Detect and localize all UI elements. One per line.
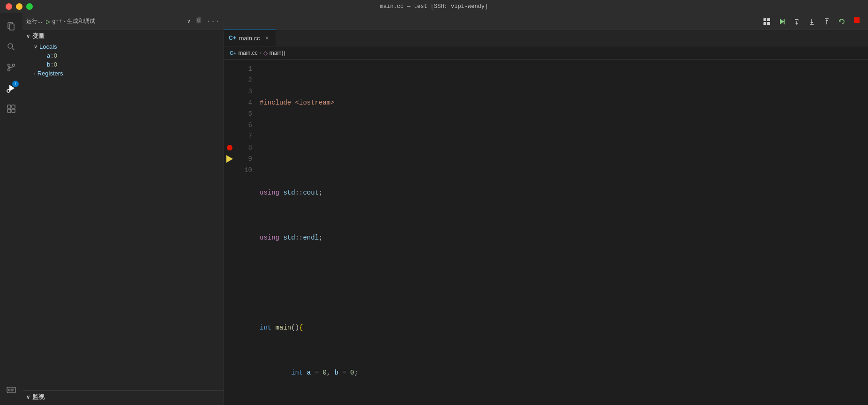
svg-rect-35	[854, 17, 860, 23]
code-editor[interactable]: 1 2 3 4 5 6 7 8 9 10 #include <iostream>…	[224, 60, 868, 405]
token-7-7: b	[335, 367, 338, 378]
sidebar: 运行... ▷ g++ - 生成和调试 ∨ ··· ∨ 变量 ∨ Locals	[22, 13, 224, 405]
code-line-2	[256, 142, 868, 153]
sidebar-item-extensions[interactable]	[2, 99, 21, 118]
svg-point-5	[13, 64, 15, 67]
registers-label: Registers	[37, 70, 63, 77]
restart-button[interactable]	[836, 16, 847, 27]
bp-line-1	[224, 63, 235, 75]
debug-layout-button[interactable]	[761, 16, 772, 27]
token-3-4: ::	[295, 187, 303, 198]
ln-4: 4	[235, 97, 252, 108]
ln-5: 5	[235, 108, 252, 120]
breadcrumb-file[interactable]: main.cc	[238, 50, 257, 56]
token-5-empty	[260, 277, 263, 288]
token-4-5: endl	[303, 232, 319, 243]
close-button[interactable]	[6, 3, 12, 10]
sidebar-item-explorer[interactable]	[2, 17, 21, 36]
sidebar-item-source-control[interactable]	[2, 58, 21, 77]
watch-panel: ∨ 监视	[22, 390, 224, 405]
debug-config-caret[interactable]: ∨	[187, 18, 191, 24]
editor-area: C+ main.cc × C+ main.cc › ◇ main()	[224, 13, 868, 405]
bp-line-4	[224, 97, 235, 108]
token-4-4: ::	[295, 232, 303, 243]
line-numbers: 1 2 3 4 5 6 7 8 9 10	[235, 60, 256, 405]
tab-bar: C+ main.cc ×	[224, 30, 868, 46]
code-line-4: using std :: endl ;	[256, 232, 868, 243]
window-controls[interactable]	[6, 3, 33, 10]
step-into-button[interactable]	[806, 16, 817, 27]
token-4-1: using	[260, 232, 279, 243]
activity-bar: 1	[0, 13, 22, 405]
ln-8: 8	[235, 142, 252, 153]
ln-10: 10	[235, 165, 252, 176]
svg-rect-13	[7, 109, 11, 112]
bp-line-10	[224, 165, 235, 176]
svg-marker-24	[780, 19, 784, 24]
breadcrumb-file-icon: C+	[230, 50, 236, 56]
var-a-value: 0	[54, 52, 57, 59]
sidebar-item-search[interactable]	[2, 38, 21, 56]
token-7-2	[303, 367, 307, 378]
variables-label: 变量	[32, 32, 45, 40]
app-layout: 1 运行... ▷ g++ - 生成	[0, 13, 868, 405]
code-line-6: int main () {	[256, 322, 868, 333]
svg-point-16	[8, 389, 10, 391]
maximize-button[interactable]	[26, 3, 33, 10]
code-content[interactable]: #include <iostream> using std :: cout ; …	[256, 60, 868, 405]
token-7-3: a	[307, 367, 311, 378]
stop-button[interactable]	[851, 16, 862, 27]
tab-close-button[interactable]: ×	[262, 34, 271, 42]
token-3-2	[279, 187, 283, 198]
variable-b[interactable]: b : 0	[22, 60, 224, 69]
svg-rect-25	[784, 19, 785, 24]
svg-rect-1	[9, 24, 14, 30]
bp-line-2	[224, 75, 235, 86]
bp-line-8[interactable]	[224, 142, 235, 153]
token-4-3: std	[283, 232, 295, 243]
token-7-9: 0	[350, 367, 354, 378]
locals-group[interactable]: ∨ Locals	[22, 42, 224, 51]
continue-button[interactable]	[776, 16, 787, 27]
watch-label: 监视	[32, 393, 45, 401]
variables-section-header[interactable]: ∨ 变量	[22, 30, 224, 42]
token-6-1: int	[260, 322, 271, 333]
bp-line-6	[224, 120, 235, 131]
token-7-6: ,	[327, 367, 335, 378]
watch-section-header[interactable]: ∨ 监视	[22, 391, 224, 403]
locals-label: Locals	[39, 43, 57, 50]
svg-rect-22	[763, 22, 766, 25]
tab-main-cc[interactable]: C+ main.cc ×	[224, 30, 276, 46]
registers-group[interactable]: › Registers	[22, 69, 224, 78]
step-over-button[interactable]	[791, 16, 802, 27]
breadcrumb: C+ main.cc › ◇ main()	[224, 46, 868, 60]
debug-gear-button[interactable]	[195, 16, 202, 26]
sidebar-item-remote[interactable]	[2, 381, 21, 399]
debug-badge: 1	[12, 81, 19, 87]
variable-a[interactable]: a : 0	[22, 51, 224, 60]
code-line-5	[256, 277, 868, 288]
ln-6: 6	[235, 120, 252, 131]
debug-more-button[interactable]: ···	[206, 17, 220, 26]
breadcrumb-func[interactable]: main()	[269, 50, 285, 56]
titlebar: main.cc — test [SSH: vipl-wendy]	[0, 0, 868, 13]
token-6-2	[271, 322, 275, 333]
debug-toolbar: 运行... ▷ g++ - 生成和调试 ∨ ···	[22, 13, 224, 30]
ln-9: 9	[235, 153, 252, 165]
token-6-5: {	[299, 322, 303, 333]
ln-1: 1	[235, 63, 252, 75]
debug-play-button[interactable]: ▷	[46, 17, 51, 26]
step-out-button[interactable]	[821, 16, 832, 27]
breakpoint-column	[224, 60, 235, 405]
token-6-4: ()	[291, 322, 299, 333]
token-3-1: using	[260, 187, 279, 198]
run-label: 运行...	[26, 17, 42, 25]
svg-marker-27	[795, 23, 798, 25]
token-1-1: #include <iostream>	[260, 97, 335, 108]
token-4-6: ;	[319, 232, 322, 243]
bp-line-5	[224, 108, 235, 120]
ln-7: 7	[235, 131, 252, 142]
sidebar-item-run-debug[interactable]: 1	[2, 79, 21, 98]
code-line-1: #include <iostream>	[256, 97, 868, 108]
minimize-button[interactable]	[16, 3, 22, 10]
